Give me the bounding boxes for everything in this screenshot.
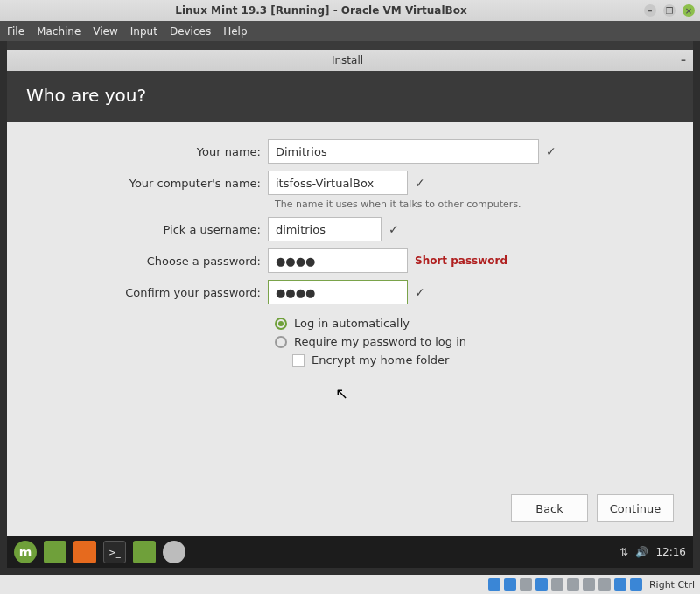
installer-window: Install – Who are you? Your name: ✓ Your… <box>7 50 693 536</box>
password-warning: Short password <box>415 255 508 267</box>
terminal-icon[interactable]: >_ <box>103 541 126 563</box>
password-input[interactable] <box>268 248 408 273</box>
firefox-icon[interactable] <box>74 541 96 563</box>
checkbox-encrypt-home[interactable]: Encrypt my home folder <box>292 353 668 367</box>
status-optical-icon[interactable] <box>504 578 516 591</box>
menu-devices[interactable]: Devices <box>170 25 211 38</box>
vbox-status-bar: Right Ctrl <box>0 575 700 594</box>
radio-require-password[interactable]: Require my password to log in <box>275 335 668 348</box>
check-icon: ✓ <box>415 176 425 190</box>
installer-minimize-icon[interactable]: – <box>681 54 686 66</box>
status-usb-icon[interactable] <box>551 578 564 591</box>
status-shared-folder-icon[interactable] <box>567 578 579 591</box>
continue-button[interactable]: Continue <box>597 494 674 522</box>
mint-menu-icon[interactable]: m <box>14 541 37 563</box>
back-button[interactable]: Back <box>511 494 588 522</box>
menu-machine[interactable]: Machine <box>37 25 80 38</box>
status-recording-icon[interactable] <box>598 578 611 591</box>
username-input[interactable] <box>268 217 382 241</box>
check-icon: ✓ <box>546 144 556 158</box>
radio-auto-login-label: Log in automatically <box>294 317 410 330</box>
check-icon: ✓ <box>415 285 425 299</box>
computer-name-input[interactable] <box>268 171 408 195</box>
minimize-icon[interactable]: – <box>644 4 656 17</box>
vbox-window-title: Linux Mint 19.3 [Running] - Oracle VM Vi… <box>5 4 637 17</box>
installer-titlebar-title: Install <box>332 54 363 66</box>
maximize-icon[interactable]: ❐ <box>663 4 676 17</box>
status-audio-icon[interactable] <box>520 578 532 591</box>
menu-help[interactable]: Help <box>223 25 247 38</box>
status-display-icon[interactable] <box>583 578 595 591</box>
network-icon[interactable]: ⇅ <box>620 546 628 558</box>
status-mouse-icon[interactable] <box>630 578 642 591</box>
checkbox-icon <box>292 354 304 367</box>
radio-selected-icon <box>275 318 287 330</box>
label-confirm: Confirm your password: <box>32 286 268 299</box>
label-name: Your name: <box>32 145 268 158</box>
guest-desktop: Install – Who are you? Your name: ✓ Your… <box>7 41 693 568</box>
confirm-password-input[interactable] <box>268 280 408 304</box>
your-name-input[interactable] <box>268 139 539 164</box>
computer-name-hint: The name it uses when it talks to other … <box>275 199 668 210</box>
vbox-menubar: File Machine View Input Devices Help <box>0 21 700 41</box>
close-icon[interactable]: × <box>682 4 695 17</box>
menu-view[interactable]: View <box>93 25 117 38</box>
radio-unselected-icon <box>275 336 287 348</box>
status-network-icon[interactable] <box>536 578 548 591</box>
host-key-label: Right Ctrl <box>649 579 695 591</box>
installer-disc-icon[interactable] <box>163 541 186 563</box>
status-guest-additions-icon[interactable] <box>614 578 626 591</box>
radio-auto-login[interactable]: Log in automatically <box>275 317 668 330</box>
label-username: Pick a username: <box>32 223 268 236</box>
taskbar: m >_ ⇅ 🔊 12:16 <box>7 536 693 568</box>
sound-icon[interactable]: 🔊 <box>635 546 648 558</box>
file-manager-icon[interactable] <box>44 541 66 563</box>
check-icon: ✓ <box>388 222 399 236</box>
status-hdd-icon[interactable] <box>488 578 500 591</box>
installer-heading: Who are you? <box>7 71 693 122</box>
label-computer: Your computer's name: <box>32 177 268 190</box>
installer-body: Your name: ✓ Your computer's name: ✓ The… <box>7 122 693 536</box>
menu-file[interactable]: File <box>7 25 24 38</box>
installer-titlebar[interactable]: Install – <box>7 50 693 71</box>
radio-require-password-label: Require my password to log in <box>294 335 466 348</box>
checkbox-encrypt-label: Encrypt my home folder <box>312 353 449 367</box>
label-password: Choose a password: <box>32 255 268 268</box>
folder-icon[interactable] <box>133 541 156 563</box>
menu-input[interactable]: Input <box>130 25 158 38</box>
mouse-cursor-icon: ↖ <box>335 384 348 402</box>
vbox-titlebar: Linux Mint 19.3 [Running] - Oracle VM Vi… <box>0 0 700 21</box>
clock[interactable]: 12:16 <box>655 546 686 558</box>
